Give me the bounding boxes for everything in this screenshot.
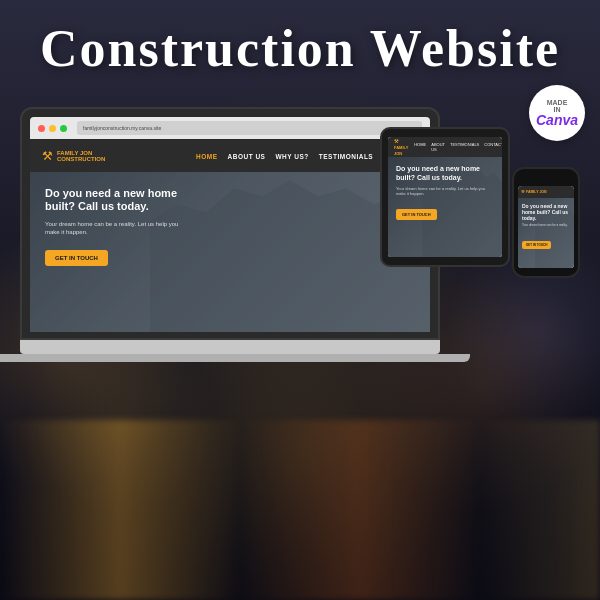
hammer-icon: ⚒: [42, 149, 53, 163]
phone-hero: Do you need a new home built? Call us to…: [518, 198, 574, 268]
hero-content: Do you need a new home built? Call us to…: [45, 187, 190, 266]
address-bar[interactable]: familyjonconstruction.my.canva.site: [77, 121, 422, 135]
nav-testimonials[interactable]: TESTIMONIALS: [319, 153, 373, 160]
hero-title: Do you need a new home built? Call us to…: [45, 187, 190, 213]
website-nav: ⚒ FAMILY JON CONSTRUCTION HOME ABOUT US …: [30, 140, 430, 172]
laptop-screen: ⚒ FAMILY JON CONSTRUCTION HOME ABOUT US …: [30, 140, 430, 332]
nav-logo: ⚒ FAMILY JON CONSTRUCTION: [42, 149, 105, 163]
hero-cta-button[interactable]: GET IN TOUCH: [45, 250, 108, 266]
tablet-nav: ⚒ FAMILY JON HOME ABOUT US TESTIMONIALS …: [388, 137, 502, 157]
phone-nav-logo: ⚒ FAMILY JON: [521, 190, 547, 194]
phone-hero-title: Do you need a new home built? Call us to…: [522, 203, 570, 221]
tablet-hero: Do you need a new home built? Call us to…: [388, 157, 502, 257]
phone-hero-content: Do you need a new home built? Call us to…: [522, 203, 570, 250]
tablet-nav-contact[interactable]: CONTACT: [484, 142, 502, 152]
window-close-dot: [38, 125, 45, 132]
nav-logo-text: FAMILY JON CONSTRUCTION: [57, 150, 105, 163]
laptop-base: [20, 340, 440, 354]
tablet-hero-title: Do you need a new home built? Call us to…: [396, 165, 494, 182]
tablet-hero-sub: Your dream home can be a reality. Let us…: [396, 186, 494, 196]
nav-about[interactable]: ABOUT US: [228, 153, 266, 160]
tablet-nav-logo: ⚒ FAMILY JON: [394, 138, 408, 156]
phone-nav: ⚒ FAMILY JON: [518, 186, 574, 198]
phone-frame: ⚒ FAMILY JON Do you need a new home buil…: [512, 167, 580, 278]
tablet-frame: ⚒ FAMILY JON HOME ABOUT US TESTIMONIALS …: [380, 127, 510, 267]
tablet-hammer-icon: ⚒: [394, 138, 398, 144]
laptop-screen-frame: familyjonconstruction.my.canva.site ⚒ FA…: [20, 107, 440, 340]
hero-subtitle: Your dream home can be a reality. Let us…: [45, 220, 190, 237]
canva-made-text: MADE: [547, 99, 568, 106]
tablet-nav-home[interactable]: HOME: [414, 142, 426, 152]
tablet-hero-content: Do you need a new home built? Call us to…: [396, 165, 494, 220]
canva-badge: MADE IN Canva: [529, 85, 585, 141]
laptop-browser-bar: familyjonconstruction.my.canva.site: [30, 117, 430, 139]
phone-device: ⚒ FAMILY JON Do you need a new home buil…: [512, 167, 580, 278]
tablet-nav-links: HOME ABOUT US TESTIMONIALS CONTACT: [414, 142, 502, 152]
window-minimize-dot: [49, 125, 56, 132]
laptop-device: familyjonconstruction.my.canva.site ⚒ FA…: [20, 107, 440, 354]
phone-notch: [531, 177, 561, 183]
phone-hero-sub: Your dream home can be a reality.: [522, 224, 570, 228]
tablet-screen: ⚒ FAMILY JON HOME ABOUT US TESTIMONIALS …: [388, 137, 502, 257]
tablet-cta-button[interactable]: GET IN TOUCH: [396, 209, 437, 220]
canva-logo-text: Canva: [536, 113, 578, 127]
tablet-device: ⚒ FAMILY JON HOME ABOUT US TESTIMONIALS …: [380, 127, 510, 267]
phone-cta-button[interactable]: GET IN TOUCH: [522, 241, 551, 249]
website-hero: Do you need a new home built? Call us to…: [30, 172, 430, 332]
devices-container: familyjonconstruction.my.canva.site ⚒ FA…: [20, 107, 580, 527]
tablet-nav-testimonials[interactable]: TESTIMONIALS: [450, 142, 479, 152]
tablet-nav-about[interactable]: ABOUT US: [431, 142, 445, 152]
phone-screen: ⚒ FAMILY JON Do you need a new home buil…: [518, 186, 574, 268]
nav-home[interactable]: HOME: [196, 153, 218, 160]
url-text: familyjonconstruction.my.canva.site: [83, 125, 161, 131]
page-title: Construction Website: [40, 20, 560, 77]
main-content: Construction Website familyjonconstructi…: [0, 0, 600, 600]
window-maximize-dot: [60, 125, 67, 132]
nav-why[interactable]: WHY US?: [275, 153, 308, 160]
